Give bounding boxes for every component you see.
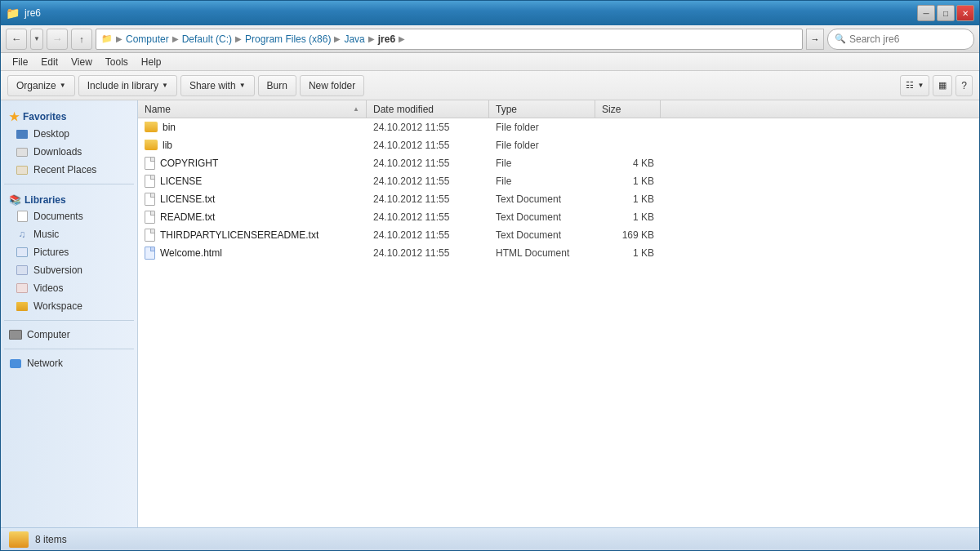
file-size: 1 KB	[633, 247, 654, 259]
sidebar-item-pictures[interactable]: Pictures	[1, 243, 137, 261]
preview-pane-button[interactable]: ▦	[933, 75, 952, 96]
file-type: File folder	[496, 140, 539, 151]
recent-places-icon	[16, 163, 29, 176]
sep4: ▶	[334, 34, 341, 43]
breadcrumb-programfiles[interactable]: Program Files (x86)	[245, 33, 331, 45]
menu-view[interactable]: View	[65, 53, 99, 71]
music-icon: ♫	[16, 228, 29, 241]
libraries-label: Libraries	[24, 194, 66, 206]
burn-label: Burn	[267, 80, 287, 91]
help-button[interactable]: ?	[956, 75, 973, 96]
sidebar-computer-label: Computer	[27, 329, 70, 340]
file-icon	[145, 211, 155, 224]
close-button[interactable]: ✕	[956, 5, 974, 21]
sidebar-item-network[interactable]: Network	[1, 354, 137, 372]
col-header-name[interactable]: Name ▲	[138, 100, 367, 118]
table-row[interactable]: LICENSE.txt 24.10.2012 11:55 Text Docume…	[138, 190, 979, 208]
file-date: 24.10.2012 11:55	[373, 122, 449, 133]
sidebar-item-music[interactable]: ♫ Music	[1, 225, 137, 243]
breadcrumb-computer[interactable]: Computer	[126, 33, 169, 45]
favorites-label: Favorites	[23, 111, 66, 122]
sidebar-pictures-label: Pictures	[33, 247, 69, 258]
table-row[interactable]: Welcome.html 24.10.2012 11:55 HTML Docum…	[138, 244, 979, 262]
sep2: ▶	[172, 34, 179, 43]
burn-button[interactable]: Burn	[258, 75, 296, 96]
address-bar[interactable]: 📁 ▶ Computer ▶ Default (C:) ▶ Program Fi…	[96, 29, 803, 50]
sidebar-item-subversion[interactable]: Subversion	[1, 261, 137, 279]
file-date: 24.10.2012 11:55	[373, 176, 449, 187]
sidebar-item-recent[interactable]: Recent Places	[1, 161, 137, 179]
file-date: 24.10.2012 11:55	[373, 193, 449, 205]
documents-icon	[16, 210, 29, 223]
pictures-icon	[16, 246, 29, 259]
file-name: THIRDPARTYLICENSEREADME.txt	[160, 229, 318, 241]
table-row[interactable]: LICENSE 24.10.2012 11:55 File 1 KB	[138, 172, 979, 190]
sidebar-recent-label: Recent Places	[33, 164, 96, 176]
file-icon	[145, 193, 155, 206]
html-file-icon	[145, 247, 155, 260]
preview-icon: ▦	[938, 80, 947, 91]
address-go-button[interactable]: →	[806, 29, 824, 50]
breadcrumb-jre6[interactable]: jre6	[378, 33, 395, 45]
sidebar-music-label: Music	[33, 229, 59, 240]
back-button[interactable]: ←	[6, 29, 27, 50]
breadcrumb-drive[interactable]: Default (C:)	[182, 33, 232, 45]
table-row[interactable]: bin 24.10.2012 11:55 File folder	[138, 118, 979, 136]
file-list-header: Name ▲ Date modified Type Size	[138, 100, 979, 118]
back-dropdown[interactable]: ▼	[30, 29, 43, 50]
sidebar-item-desktop[interactable]: Desktop	[1, 125, 137, 143]
menu-file[interactable]: File	[6, 53, 34, 71]
organize-label: Organize	[16, 80, 56, 91]
sidebar-subversion-label: Subversion	[33, 264, 82, 276]
include-in-library-button[interactable]: Include in library ▼	[78, 75, 177, 96]
organize-arrow-icon: ▼	[60, 82, 66, 89]
file-name: LICENSE	[160, 176, 202, 187]
sidebar-sep-3	[4, 349, 134, 349]
table-row[interactable]: lib 24.10.2012 11:55 File folder	[138, 136, 979, 154]
file-name: README.txt	[160, 211, 215, 223]
table-row[interactable]: README.txt 24.10.2012 11:55 Text Documen…	[138, 208, 979, 226]
toolbar: Organize ▼ Include in library ▼ Share wi…	[1, 71, 979, 100]
menu-edit[interactable]: Edit	[34, 53, 65, 71]
sidebar-sep-2	[4, 320, 134, 321]
share-with-button[interactable]: Share with ▼	[180, 75, 255, 96]
favorites-header[interactable]: ★ Favorites	[1, 105, 137, 125]
menu-help[interactable]: Help	[135, 53, 168, 71]
col-header-size[interactable]: Size	[595, 100, 661, 118]
menu-tools[interactable]: Tools	[99, 53, 135, 71]
file-size: 1 KB	[633, 176, 654, 187]
file-type: Text Document	[496, 193, 561, 205]
folder-icon	[145, 122, 158, 132]
table-row[interactable]: THIRDPARTYLICENSEREADME.txt 24.10.2012 1…	[138, 226, 979, 244]
videos-icon	[16, 282, 29, 295]
organize-button[interactable]: Organize ▼	[7, 75, 75, 96]
sidebar-downloads-label: Downloads	[33, 146, 82, 158]
favorites-star-icon: ★	[9, 110, 20, 123]
view-details-button[interactable]: ☷ ▼	[900, 75, 929, 96]
up-button[interactable]: ↑	[71, 29, 92, 50]
title-bar: 📁 jre6 ─ □ ✕	[1, 1, 979, 25]
breadcrumb-arrow-icon: 📁	[101, 33, 113, 44]
include-library-arrow-icon: ▼	[162, 82, 168, 89]
sidebar-item-computer[interactable]: Computer	[1, 326, 137, 344]
table-row[interactable]: COPYRIGHT 24.10.2012 11:55 File 4 KB	[138, 154, 979, 172]
new-folder-button[interactable]: New folder	[300, 75, 364, 96]
network-icon	[9, 357, 22, 370]
col-header-date[interactable]: Date modified	[367, 100, 489, 118]
col-header-type[interactable]: Type	[489, 100, 595, 118]
sidebar-workspace-label: Workspace	[33, 300, 82, 312]
libraries-header[interactable]: 📚 Libraries	[1, 189, 137, 207]
maximize-button[interactable]: □	[937, 5, 955, 21]
forward-button[interactable]: →	[47, 29, 68, 50]
file-date: 24.10.2012 11:55	[373, 247, 449, 259]
sidebar-item-workspace[interactable]: Workspace	[1, 297, 137, 315]
sidebar-item-downloads[interactable]: Downloads	[1, 143, 137, 161]
sidebar-sep-1	[4, 184, 134, 184]
breadcrumb-java[interactable]: Java	[344, 33, 364, 45]
sidebar-item-documents[interactable]: Documents	[1, 207, 137, 225]
file-icon	[145, 229, 155, 242]
search-input[interactable]	[849, 33, 972, 45]
sidebar: ★ Favorites Desktop Downloads Recent Pl	[1, 100, 138, 527]
sidebar-item-videos[interactable]: Videos	[1, 279, 137, 297]
minimize-button[interactable]: ─	[917, 5, 935, 21]
